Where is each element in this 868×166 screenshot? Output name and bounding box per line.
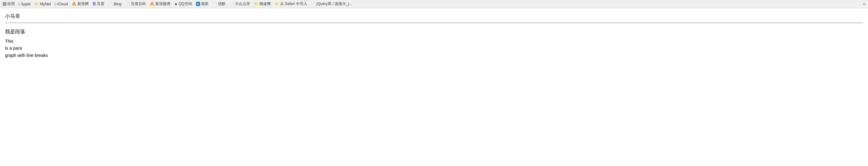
- paragraph-line-2: is a para: [5, 45, 22, 51]
- main-content: 小马哥 我是段落 This is a para graph with line …: [0, 8, 868, 64]
- bookmark-youku[interactable]: 📄 优酷: [211, 1, 227, 7]
- bookmark-qq-label: QQ空间: [179, 1, 192, 7]
- bookmark-weibo[interactable]: 🔥 新浪微博: [148, 1, 172, 7]
- bookmark-baidu[interactable]: 百 百度: [91, 1, 106, 7]
- bookmark-mynet-label: MyNet: [40, 2, 51, 6]
- bookmark-weibo-label: 新浪微博: [155, 1, 170, 7]
- bookmark-bing[interactable]: 📄 Bing: [106, 1, 123, 7]
- bookmark-apple[interactable]:  Apple: [17, 1, 32, 7]
- bookmark-icloud-label: iCloud: [57, 2, 68, 6]
- page-icon-dianping: 📄: [229, 2, 234, 6]
- section-heading: 我是段落: [5, 29, 863, 35]
- paragraph-block: This is a para graph with line breaks: [5, 38, 863, 59]
- bookmark-bing-label: Bing: [114, 2, 121, 6]
- folder-icon-safari: 📁: [275, 2, 279, 6]
- bookmark-sina-label: 新浪网: [78, 1, 89, 7]
- bookmark-baike[interactable]: 📄 百度百科: [124, 1, 148, 7]
- folder-icon-mynet: 📁: [34, 2, 39, 6]
- paragraph-line-3: graph with line breaks: [5, 53, 48, 58]
- folder-icon-maoyan: 📁: [254, 2, 258, 6]
- bookmark-baike-label: 百度百科: [131, 1, 146, 7]
- bookmark-youku-label: 优酷: [218, 1, 225, 7]
- bookmarks-bar: 应用  Apple 📁 MyNet  iCloud 🔥 新浪网 百 百度 📄…: [0, 0, 868, 8]
- divider-primary: [5, 22, 863, 23]
- paragraph-line-1: This: [5, 39, 13, 44]
- page-icon-baike: 📄: [125, 2, 130, 6]
- bookmark-safari-label: 从 Safari 中导入: [280, 1, 307, 7]
- bookmark-mynet[interactable]: 📁 MyNet: [33, 1, 53, 7]
- bookmark-qq[interactable]: ★ QQ空间: [173, 1, 194, 7]
- page-icon-bing: 📄: [108, 2, 113, 6]
- bookmark-apps[interactable]: 应用: [1, 1, 17, 7]
- apple-icon-icloud: : [55, 2, 56, 6]
- page-icon-youku: 📄: [212, 2, 217, 6]
- bookmark-maoyan-label: 猫途鹰: [259, 1, 271, 7]
- bookmark-apps-label: 应用: [7, 1, 15, 7]
- apps-icon: [3, 2, 6, 6]
- linkedin-icon: in: [196, 2, 200, 6]
- weibo-icon-sina: 🔥: [72, 2, 76, 6]
- bookmark-linkedin-label: 领英: [201, 1, 209, 7]
- bookmark-dianping-label: 大众点评: [235, 1, 250, 7]
- weibo-icon: 🔥: [150, 2, 154, 6]
- bookmark-baidu-label: 百度: [97, 1, 104, 7]
- bookmark-maoyan[interactable]: 📁 猫途鹰: [252, 1, 272, 7]
- bookmark-safari-import[interactable]: 📁 从 Safari 中导入: [273, 1, 309, 7]
- apple-icon: : [19, 2, 20, 6]
- bookmark-icloud[interactable]:  iCloud: [53, 1, 69, 7]
- bookmark-linkedin[interactable]: in 领英: [194, 1, 210, 7]
- bookmark-sina[interactable]: 🔥 新浪网: [70, 1, 90, 7]
- bookmark-dianping[interactable]: 📄 大众点评: [228, 1, 252, 7]
- page-title: 小马哥: [5, 13, 863, 20]
- baidu-icon: 百: [92, 2, 96, 6]
- star-icon-qq: ★: [174, 2, 178, 6]
- bookmarks-more-button[interactable]: »: [861, 1, 867, 7]
- bookmark-jquery[interactable]: 📄 jQuery库 / 选项卡_j...: [309, 1, 354, 7]
- bookmark-jquery-label: jQuery库 / 选项卡_j...: [317, 1, 352, 7]
- bookmark-apple-label: Apple: [21, 2, 31, 6]
- page-icon-jquery: 📄: [311, 2, 316, 6]
- divider-secondary: [5, 23, 863, 24]
